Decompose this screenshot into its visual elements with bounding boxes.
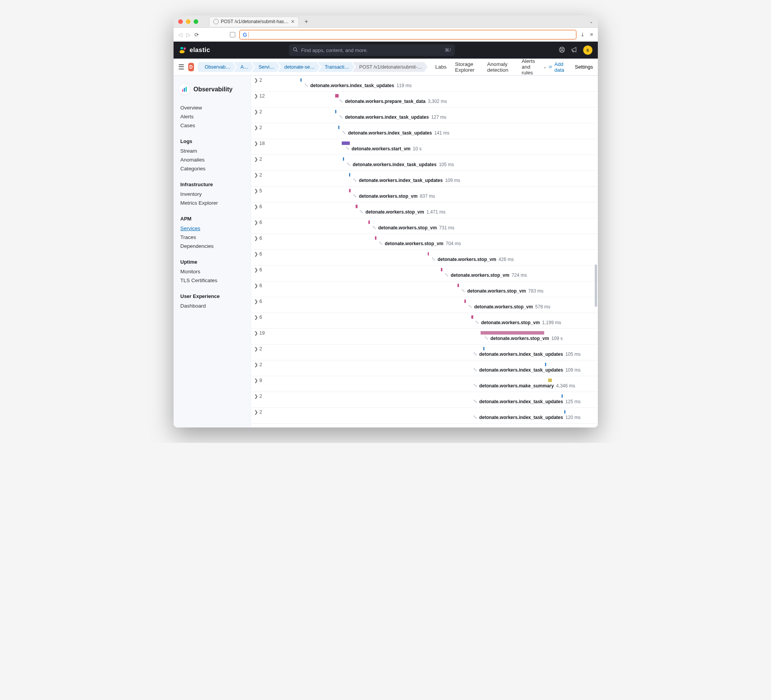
row-toggle[interactable]: ❯2 <box>251 77 270 83</box>
row-toggle[interactable]: ❯2 <box>251 346 270 352</box>
nav-link[interactable]: Labs <box>435 58 446 76</box>
row-toggle[interactable]: ❯6 <box>251 236 270 241</box>
download-icon[interactable]: ⤓ <box>580 32 585 37</box>
sidebar-item[interactable]: TLS Certificates <box>181 276 244 285</box>
close-window-icon[interactable] <box>178 19 183 24</box>
row-toggle[interactable]: ❯6 <box>251 299 270 304</box>
browser-tab[interactable]: POST /v1/detonate/submit-has… ✕ <box>209 17 299 27</box>
row-toggle[interactable]: ❯2 <box>251 109 270 114</box>
span-bar[interactable] <box>368 220 370 224</box>
span-bar[interactable] <box>349 189 351 192</box>
nav-link[interactable]: Alerts and rules ⌄ <box>521 58 547 76</box>
trace-row[interactable]: ❯2detonate.workers.index_task_updates109… <box>251 171 598 187</box>
trace-row[interactable]: ❯6detonate.workers.stop_vm724 ms <box>251 266 598 281</box>
span-bar[interactable] <box>300 78 302 82</box>
span-bar[interactable] <box>343 157 344 161</box>
span-bar[interactable] <box>562 394 563 398</box>
trace-row[interactable]: ❯12detonate.workers.prepare_task_data3,3… <box>251 92 598 108</box>
bookmark-icon[interactable] <box>230 32 235 37</box>
row-toggle[interactable]: ❯18 <box>251 141 270 146</box>
trace-row[interactable]: ❯2detonate.workers.index_task_updates127… <box>251 108 598 123</box>
sidebar-item[interactable]: Traces <box>181 233 244 242</box>
row-toggle[interactable]: ❯2 <box>251 172 270 178</box>
tab-close-icon[interactable]: ✕ <box>291 19 295 24</box>
user-avatar[interactable]: s <box>583 45 592 55</box>
nav-link[interactable]: Storage Explorer <box>455 58 479 76</box>
sidebar-item[interactable]: Services <box>181 224 244 233</box>
new-tab-button[interactable]: + <box>304 18 308 25</box>
sidebar-item[interactable]: Monitors <box>181 267 244 276</box>
span-bar[interactable] <box>428 252 429 256</box>
sidebar-item[interactable]: Cases <box>181 121 244 130</box>
scrollbar[interactable] <box>595 264 597 307</box>
span-bar[interactable] <box>483 347 484 350</box>
row-toggle[interactable]: ❯2 <box>251 125 270 130</box>
trace-row[interactable]: ❯2detonate.workers.index_task_updates141… <box>251 123 598 139</box>
breadcrumb-item[interactable]: Transacti… <box>318 62 354 72</box>
row-toggle[interactable]: ❯6 <box>251 251 270 257</box>
breadcrumb-item[interactable]: Observab… <box>198 62 236 72</box>
row-toggle[interactable]: ❯12 <box>251 93 270 99</box>
trace-row[interactable]: ❯18detonate.workers.start_vm10 s <box>251 139 598 155</box>
trace-row[interactable]: ❯6detonate.workers.stop_vm426 ms <box>251 250 598 266</box>
browser-menu-icon[interactable]: ≡ <box>590 32 593 37</box>
row-toggle[interactable]: ❯2 <box>251 362 270 367</box>
newsfeed-icon[interactable] <box>571 46 578 54</box>
global-search[interactable]: Find apps, content, and more. ⌘/ <box>289 44 455 56</box>
breadcrumb-item[interactable]: A… <box>234 62 254 72</box>
span-bar[interactable] <box>471 315 473 319</box>
breadcrumb-item[interactable]: Servi… <box>251 62 280 72</box>
reload-icon[interactable]: ⟳ <box>194 32 199 38</box>
row-toggle[interactable]: ❯2 <box>251 394 270 399</box>
row-toggle[interactable]: ❯19 <box>251 330 270 336</box>
row-toggle[interactable]: ❯6 <box>251 283 270 288</box>
span-bar[interactable] <box>548 379 552 382</box>
sidebar-item[interactable]: Dependencies <box>181 242 244 251</box>
span-bar[interactable] <box>481 331 544 335</box>
nav-link[interactable]: Anomaly detection <box>487 58 513 76</box>
span-bar[interactable] <box>335 110 336 113</box>
trace-row[interactable]: ❯2detonate.workers.index_task_updates125… <box>251 392 598 408</box>
row-toggle[interactable]: ❯6 <box>251 267 270 273</box>
minimize-window-icon[interactable] <box>186 19 191 24</box>
trace-row[interactable]: ❯6detonate.workers.stop_vm1,471 ms <box>251 202 598 218</box>
trace-row[interactable]: ❯6detonate.workers.stop_vm783 ms <box>251 281 598 297</box>
trace-row[interactable]: ❯2detonate.workers.index_task_updates109… <box>251 360 598 376</box>
row-toggle[interactable]: ❯6 <box>251 220 270 225</box>
sidebar-item[interactable]: Metrics Explorer <box>181 199 244 207</box>
span-bar[interactable] <box>375 236 376 240</box>
forward-icon[interactable]: ▷ <box>186 32 191 38</box>
fullscreen-window-icon[interactable] <box>194 19 198 24</box>
sidebar-item[interactable]: Anomalies <box>181 155 244 164</box>
span-bar[interactable] <box>464 300 466 303</box>
tabs-dropdown-icon[interactable]: ⌄ <box>589 19 593 24</box>
span-bar[interactable] <box>441 268 442 271</box>
span-bar[interactable] <box>564 410 565 414</box>
sidebar-item[interactable]: Overview <box>181 103 244 112</box>
trace-row[interactable]: ❯6detonate.workers.stop_vm704 ms <box>251 234 598 250</box>
space-selector[interactable]: D <box>188 63 194 71</box>
span-bar[interactable] <box>457 284 459 287</box>
row-toggle[interactable]: ❯6 <box>251 204 270 209</box>
row-toggle[interactable]: ❯2 <box>251 156 270 162</box>
trace-row[interactable]: ❯6detonate.workers.stop_vm578 ms <box>251 297 598 313</box>
trace-row[interactable]: ❯19detonate.workers.stop_vm109 s <box>251 329 598 345</box>
trace-row[interactable]: ❯2detonate.workers.index_task_updates105… <box>251 155 598 171</box>
span-bar[interactable] <box>349 173 350 177</box>
row-toggle[interactable]: ❯5 <box>251 188 270 194</box>
trace-row[interactable]: ❯9detonate.workers.make_summary4,346 ms <box>251 376 598 392</box>
span-bar[interactable] <box>342 141 350 145</box>
trace-row[interactable]: ❯2detonate.workers.index_task_updates120… <box>251 408 598 424</box>
sidebar-item[interactable]: Stream <box>181 146 244 155</box>
address-bar[interactable]: G <box>239 30 577 40</box>
settings-link[interactable]: Settings <box>575 64 593 70</box>
add-data-button[interactable]: Add data <box>549 61 566 73</box>
row-toggle[interactable]: ❯2 <box>251 409 270 415</box>
span-bar[interactable] <box>545 363 546 366</box>
trace-row[interactable]: ❯2detonate.workers.index_task_updates119… <box>251 76 598 92</box>
nav-toggle-icon[interactable]: ☰ <box>178 63 184 71</box>
sidebar-item[interactable]: Inventory <box>181 190 244 199</box>
sidebar-item[interactable]: Categories <box>181 164 244 173</box>
trace-row[interactable]: ❯6detonate.workers.stop_vm731 ms <box>251 218 598 234</box>
span-bar[interactable] <box>338 126 339 129</box>
